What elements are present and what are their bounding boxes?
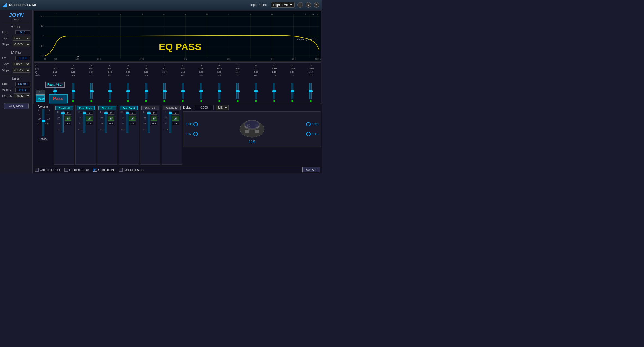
grouping-item-3[interactable]: ✔ Grouping All <box>93 168 114 172</box>
eq-slider-10[interactable] <box>211 83 228 102</box>
eq-band-col-1: 1 25.3 1.19 0.0 <box>46 64 64 77</box>
svg-text:EQ PASS: EQ PASS <box>159 41 201 52</box>
channel-track-4[interactable] <box>126 111 128 133</box>
eq-slider-2[interactable] <box>64 83 82 102</box>
svg-text:11: 11 <box>271 13 273 16</box>
speaker-button-3[interactable]: 🔊 <box>108 116 114 121</box>
speaker-button-2[interactable]: 🔊 <box>86 116 93 121</box>
channel-deg-1: 0' <box>65 111 71 115</box>
channel-strip-4: Rear Right 0—-20-40OFF 0' 🔊 0dB <box>119 105 139 165</box>
grouping-checkbox-3[interactable]: ✔ <box>93 168 97 172</box>
speaker-icon-4: 🔊 <box>131 117 134 120</box>
logo-subtitle: JDA-2301 <box>9 18 23 20</box>
signal-icon <box>3 3 7 7</box>
lp-slope-row: Slope: 6dB/Oct <box>2 68 30 73</box>
channel-controls-4: 0—-20-40OFF 0' 🔊 0dB <box>121 111 136 133</box>
channel-name-5: Sub Left <box>141 106 159 110</box>
lp-type-row: Type: Butter <box>2 62 30 66</box>
eq-slider-14[interactable] <box>284 83 301 102</box>
eq-graph-svg: +20 +10 0 -10 -20 20 50 100 200 500 1K 2… <box>34 11 321 61</box>
speaker-button-4[interactable]: 🔊 <box>129 116 136 121</box>
delay-left-top-value: 2.833 <box>186 123 192 126</box>
eq-slider-7[interactable] <box>156 83 173 102</box>
dbu-input[interactable] <box>15 82 30 86</box>
eq-slider-3[interactable] <box>83 83 100 102</box>
eq-band-col-14: 14 8000 0.50 0.0 <box>284 64 301 77</box>
eq-slider-15[interactable] <box>302 83 320 102</box>
lp-type-select[interactable]: Butter <box>13 62 30 66</box>
geq-mode-button[interactable]: GEQ Mode <box>4 103 29 109</box>
delay-right-bottom-value: 3.563 <box>312 133 318 136</box>
eq-slider-5[interactable] <box>119 83 137 102</box>
pass-button[interactable]: Pass <box>36 95 45 102</box>
grouping-checkbox-1[interactable] <box>35 168 39 172</box>
channel-track-3[interactable] <box>105 111 107 133</box>
volume-track[interactable] <box>42 109 44 136</box>
sys-set-button[interactable]: Sys Set <box>302 167 320 172</box>
channel-controls-6: 0—-20-40OFF 0' 🔊 0dB <box>165 111 179 133</box>
grouping-checkbox-4[interactable] <box>119 168 123 172</box>
eq-band-col-4: 4 125 3.00 0.0 <box>101 64 119 77</box>
speaker-right-top-icon <box>306 122 311 126</box>
lp-slope-select[interactable]: 6dB/Oct <box>13 68 30 73</box>
eq-slider-6[interactable] <box>137 83 155 102</box>
delay-ms-select[interactable]: MS <box>216 105 229 110</box>
hp-type-label: Type: <box>2 37 9 40</box>
re-time-select[interactable]: Atk*32 <box>14 93 30 98</box>
grouping-item-2[interactable]: Grouping Rear <box>64 168 89 172</box>
eq-slider-13[interactable] <box>265 83 283 102</box>
lp-fre-input[interactable] <box>15 56 30 60</box>
eq-slider-4[interactable] <box>101 83 119 102</box>
eq-band-col-6: 6 270 2.10 0.0 <box>137 64 155 77</box>
svg-text:14: 14 <box>311 13 314 16</box>
channel-track-5[interactable] <box>148 111 150 133</box>
limiter-title: Limiter <box>12 77 20 80</box>
minimize-button[interactable]: — <box>297 2 303 8</box>
channel-track-6[interactable] <box>169 111 171 133</box>
rst-button[interactable]: RST <box>36 90 45 95</box>
channel-thumb-6 <box>169 112 172 114</box>
eq-slider-8[interactable] <box>174 83 192 102</box>
eq-band-col-7: 7 420 1.19 0.0 <box>156 64 173 77</box>
close-button[interactable]: ✕ <box>314 2 319 8</box>
svg-rect-59 <box>255 130 259 133</box>
logo-brand: JOYN <box>9 12 23 18</box>
eq-slider-9[interactable] <box>192 83 210 102</box>
speaker-button-1[interactable]: 🔊 <box>65 116 71 121</box>
delay-section: Delay: 0.000 MS 2.833 3.5 <box>183 105 321 165</box>
settings-button[interactable]: ⚙ <box>306 2 311 8</box>
channel-track-1[interactable] <box>62 111 64 133</box>
hp-slope-select[interactable]: 6dB/Oct <box>13 42 30 47</box>
channel-track-2[interactable] <box>83 111 85 133</box>
grouping-item-1[interactable]: Grouping Front <box>35 168 60 172</box>
volume-label: Volume <box>38 105 48 108</box>
rst-pass-column: RST Pass Pass ボタン Pass <box>35 90 45 102</box>
delay-label: Delay: <box>183 106 192 109</box>
grouping-checkbox-2[interactable] <box>64 168 68 172</box>
svg-text:0: 0 <box>42 34 44 37</box>
at-time-input[interactable] <box>15 88 30 92</box>
channel-controls-1: 0—-20-40OFF 0' 🔊 0dB <box>57 111 71 133</box>
input-select-dropdown[interactable]: High Level ▼ <box>271 2 295 8</box>
svg-text:20KHz: 20KHz <box>315 58 321 60</box>
speaker-button-6[interactable]: 🔊 <box>172 116 179 121</box>
delay-left-values: 2.833 3.563 <box>183 120 200 138</box>
eq-slider-11[interactable] <box>229 83 247 102</box>
svg-text:1: 1 <box>55 13 56 16</box>
hp-fre-input[interactable] <box>15 30 30 34</box>
volume-db-display: -20dB <box>39 137 48 141</box>
volume-track-container <box>42 109 44 136</box>
svg-text:100: 100 <box>75 58 79 60</box>
eq-band-col-12: 12 4000 4.20 0.0 <box>247 64 265 77</box>
hp-type-select[interactable]: Butter <box>13 36 30 41</box>
lp-filter-title: LP Filter <box>11 51 21 54</box>
grouping-item-4[interactable]: Grouping Bass <box>119 168 144 172</box>
speaker-button-5[interactable]: 🔊 <box>151 116 157 121</box>
sidebar: JOYN JDA-2301 HP Filter Fre: Type: Butte… <box>0 10 33 174</box>
channel-scale-2: 0—-20-40OFF <box>78 111 82 130</box>
eq-slider-12[interactable] <box>247 83 265 102</box>
logo-container: JOYN JDA-2301 <box>9 12 23 20</box>
channel-thumb-1 <box>61 112 65 114</box>
speaker-right-bottom-icon <box>306 132 311 136</box>
channel-strip-3: Rear Left 0—-20-40OFF 0' 🔊 0dB <box>97 105 117 165</box>
